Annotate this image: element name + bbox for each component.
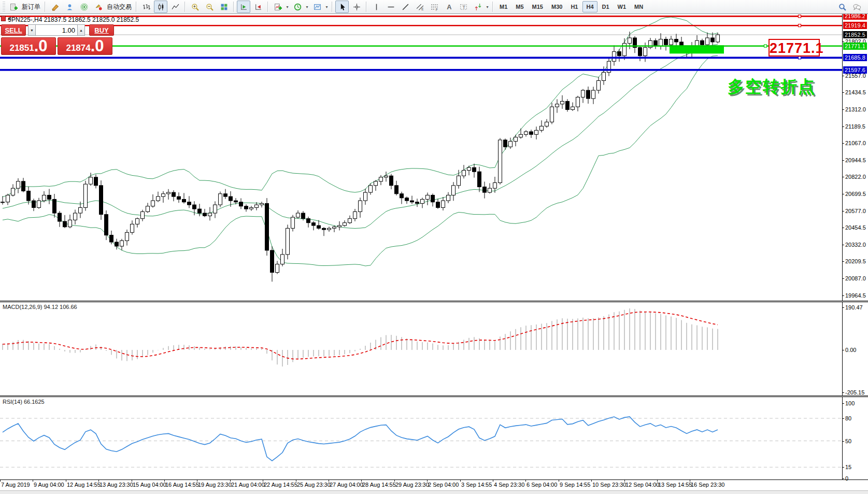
- line-chart-button[interactable]: [168, 1, 182, 13]
- price-tick-label: 20699.5: [845, 191, 866, 197]
- buy-button[interactable]: BUY: [89, 24, 114, 36]
- chat-button[interactable]: [850, 1, 863, 13]
- templates-button[interactable]: [310, 1, 324, 13]
- price-tick-label: 20087.0: [845, 275, 866, 281]
- volume-increase-button[interactable]: ▲: [77, 24, 85, 36]
- label-icon: T: [460, 3, 467, 11]
- trendline-button[interactable]: [399, 1, 412, 13]
- fibonacci-button[interactable]: F: [428, 1, 441, 13]
- arrows-dropdown[interactable]: ▾: [485, 1, 490, 12]
- sell-price-display[interactable]: 21851.0: [1, 37, 56, 55]
- price-tick-label: 20332.0: [845, 242, 866, 248]
- timeframe-button-w1[interactable]: W1: [614, 1, 630, 12]
- buy-price-display[interactable]: 21874.0: [58, 37, 112, 55]
- macd-pane-canvas[interactable]: [0, 302, 842, 396]
- rsi-axis-label: 15: [845, 464, 851, 470]
- signal-button[interactable]: [77, 1, 91, 13]
- rsi-axis-label: 80: [845, 415, 851, 421]
- auto-scroll-button[interactable]: [237, 1, 250, 13]
- one-click-trading-panel: SELL ▼ ▲ BUY 21851.0 21874.0: [1, 24, 114, 55]
- svg-text:T: T: [462, 4, 465, 10]
- toolbar-separator: [492, 2, 493, 12]
- hline-button[interactable]: [384, 1, 397, 13]
- auto-trading-button[interactable]: [92, 1, 105, 13]
- volume-input[interactable]: [36, 24, 77, 36]
- timeframe-button-m1[interactable]: M1: [496, 1, 511, 12]
- candle-chart-button[interactable]: [154, 1, 167, 13]
- price-tick-label: 20822.0: [845, 174, 866, 180]
- timeframe-button-mn[interactable]: MN: [631, 1, 647, 12]
- text-button[interactable]: A: [442, 1, 456, 13]
- toolbar-separator: [233, 2, 234, 12]
- label-button[interactable]: T: [457, 1, 470, 13]
- turning-point-text[interactable]: 多空转折点: [728, 76, 816, 98]
- indicators-button[interactable]: [271, 1, 284, 13]
- timeframe-button-m5[interactable]: M5: [512, 1, 527, 12]
- time-axis-label: 3 Sep 14:55: [461, 482, 492, 488]
- profiles-button[interactable]: [63, 1, 76, 13]
- rsi-pane-canvas[interactable]: [0, 397, 842, 479]
- svg-text:F: F: [435, 7, 437, 10]
- main-chart-canvas[interactable]: [0, 15, 842, 301]
- macd-axis-label: -205.15: [845, 389, 864, 396]
- search-button[interactable]: [835, 1, 849, 13]
- price-tick-label: 21189.5: [845, 123, 865, 130]
- bar-chart-button[interactable]: [139, 1, 153, 13]
- time-axis-label: 12 Sep 04:00: [625, 482, 659, 488]
- timeframe-button-h1[interactable]: H1: [567, 1, 581, 12]
- rsi-pane-separator[interactable]: [0, 396, 868, 397]
- cursor-button[interactable]: [335, 1, 349, 13]
- shift-end-icon: [254, 3, 262, 11]
- time-axis-label: 13 Aug 23:30: [99, 482, 133, 488]
- crosshair-icon: [353, 3, 361, 11]
- indicators-dropdown[interactable]: ▾: [285, 1, 290, 12]
- toolbar-separator: [184, 2, 186, 12]
- time-axis-label: 27 Aug 04:00: [330, 482, 363, 488]
- channel-button[interactable]: E: [413, 1, 426, 13]
- fibonacci-icon: F: [431, 3, 438, 11]
- crayon-button[interactable]: [48, 1, 62, 13]
- toolbar-separator: [136, 2, 137, 12]
- chart-window-icon: [1, 16, 6, 21]
- crosshair-button[interactable]: [350, 1, 363, 13]
- tile-windows-button[interactable]: [217, 1, 231, 13]
- timeframe-button-m30[interactable]: M30: [548, 1, 566, 12]
- templates-dropdown[interactable]: ▾: [324, 1, 329, 12]
- arrows-button[interactable]: [471, 1, 485, 13]
- price-tick-label: 20209.5: [845, 258, 866, 264]
- time-axis-label: 25 Aug 23:30: [297, 482, 331, 488]
- vline-icon: [373, 3, 380, 11]
- time-axis-label: 29 Aug 23:30: [395, 482, 429, 488]
- auto-trading-icon: [95, 3, 103, 11]
- time-axis-line: [0, 479, 868, 480]
- line-chart-icon: [172, 3, 179, 11]
- timeframe-button-d1[interactable]: D1: [599, 1, 613, 12]
- zoom-out-button[interactable]: [203, 1, 216, 13]
- periods-button[interactable]: [291, 1, 304, 13]
- vline-button[interactable]: [369, 1, 383, 13]
- chat-icon: [853, 3, 861, 11]
- time-axis-label: 7 Aug 2019: [1, 482, 30, 488]
- indicators-icon: [274, 3, 282, 11]
- signal-icon: [80, 3, 88, 11]
- price-tick-label: 20577.0: [845, 208, 866, 214]
- shift-end-button[interactable]: [251, 1, 265, 13]
- sell-button[interactable]: SELL: [1, 24, 26, 36]
- text-icon: A: [445, 3, 453, 11]
- auto-scroll-icon: [240, 3, 248, 11]
- price-badge-21685.8: 21685.8: [843, 54, 867, 61]
- arrows-icon: [474, 3, 482, 11]
- price-badge-21919.4: 21919.4: [843, 22, 867, 29]
- time-axis-label: 16 Sep 23:30: [691, 482, 724, 488]
- rsi-axis-label: 0: [845, 475, 848, 482]
- macd-pane-separator[interactable]: [0, 301, 868, 302]
- price-tick-label: 20944.5: [845, 157, 866, 163]
- new-order-button[interactable]: [7, 1, 20, 13]
- price-callout-box[interactable]: 21771.1: [769, 39, 820, 57]
- time-axis-label: 4 Sep 23:30: [494, 482, 524, 488]
- volume-decrease-button[interactable]: ▼: [28, 24, 36, 36]
- zoom-in-button[interactable]: [188, 1, 202, 13]
- periods-dropdown[interactable]: ▾: [305, 1, 309, 12]
- timeframe-button-m15[interactable]: M15: [529, 1, 547, 12]
- timeframe-button-h4[interactable]: H4: [582, 1, 597, 12]
